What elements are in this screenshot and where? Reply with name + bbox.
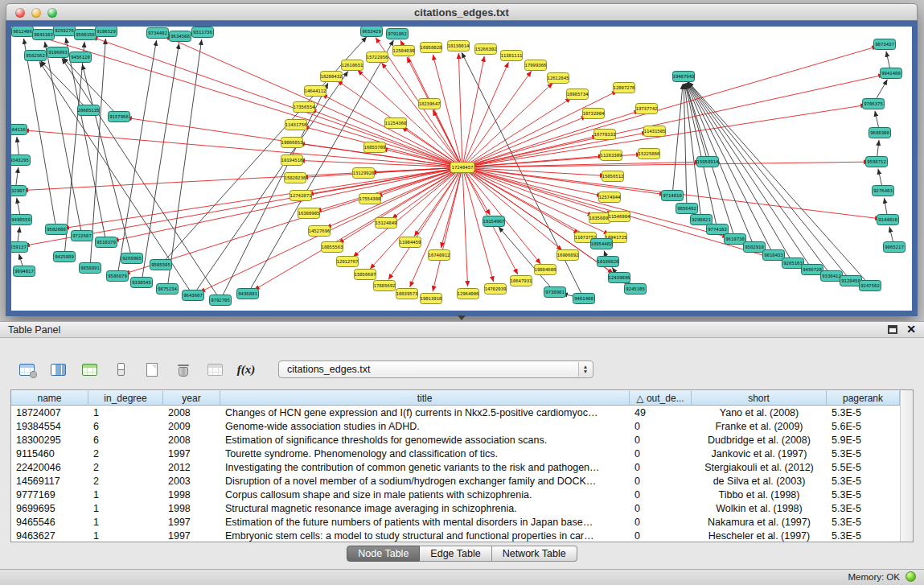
table-cell[interactable]: 1997 [163,515,220,529]
table-cell[interactable]: 0 [630,515,692,529]
table-cell[interactable]: Changes of HCN gene expression and I(f) … [220,406,630,419]
function-builder-button[interactable]: f(x) [236,360,257,379]
table-cell[interactable]: 2 [88,447,163,460]
show-columns-button[interactable] [47,360,68,379]
table-cell[interactable]: 2008 [163,433,220,447]
table-cell[interactable]: Embryonic stem cells: a model to study s… [220,529,630,542]
graph-edge[interactable] [66,38,106,242]
table-cell[interactable]: 5.3E-5 [827,529,900,542]
splitter-handle[interactable] [458,315,466,320]
table-cell[interactable]: 5.6E-5 [827,419,900,433]
table-cell[interactable]: 1997 [163,529,220,542]
table-cell[interactable]: 9777169 [11,488,88,501]
table-cell[interactable]: 18724007 [11,406,88,419]
graph-edge[interactable] [220,83,328,300]
table-cell[interactable]: 1998 [163,501,220,515]
table-cell[interactable]: 9465546 [11,515,88,529]
table-cell[interactable]: Jankovic et al. (1997) [692,447,827,460]
table-row[interactable]: 1830029562008Estimation of significance … [11,433,900,447]
column-header-in_degree[interactable]: in_degree [88,390,163,406]
graph-edge[interactable] [64,167,462,229]
graph-edge[interactable] [462,56,484,167]
graph-edge[interactable] [322,94,462,167]
table-cell[interactable]: 1 [88,406,163,419]
graph-edge[interactable] [92,37,462,167]
graph-edge[interactable] [40,60,88,110]
tab-network-table[interactable]: Network Table [492,546,577,562]
table-cell[interactable]: Structural magnetic resonance image aver… [220,501,630,515]
table-cell[interactable]: Wolkin et al. (1998) [692,501,827,515]
table-mode-button[interactable] [16,360,37,379]
import-table-button[interactable] [204,360,225,379]
table-cell[interactable]: 2 [88,474,163,488]
table-cell[interactable]: 0 [630,447,692,460]
graph-edge[interactable] [23,130,462,167]
table-cell[interactable]: 1 [88,515,163,529]
table-cell[interactable]: 0 [630,433,692,447]
table-cell[interactable]: Stergiakouli et al. (2012) [692,460,827,474]
table-scrollbar[interactable] [900,390,913,542]
table-cell[interactable]: 6 [88,419,163,433]
table-cell[interactable]: 1998 [163,488,220,501]
table-cell[interactable]: 0 [630,488,692,501]
table-cell[interactable]: 9463627 [11,529,88,542]
table-cell[interactable]: 0 [630,474,692,488]
table-cell[interactable]: 2009 [163,419,220,433]
table-cell[interactable]: 6 [88,433,163,447]
graph-edge[interactable] [462,83,552,167]
table-cell[interactable]: 1 [88,501,163,515]
table-cell[interactable]: 5.3E-5 [827,515,900,529]
graph-edge[interactable] [410,167,462,287]
table-row[interactable]: 946362711997Embryonic stem cells: a mode… [11,529,900,542]
table-cell[interactable]: 2012 [163,460,220,474]
table-cell[interactable]: 5.3E-5 [827,406,900,419]
graph-edge[interactable] [462,167,562,250]
row-height-button[interactable] [110,360,131,379]
table-cell[interactable]: 9699695 [11,501,88,515]
table-cell[interactable]: 19384554 [11,419,88,433]
table-cell[interactable]: Estimation of the future numbers of pati… [220,515,630,529]
graph-edge[interactable] [388,167,462,279]
table-cell[interactable]: 0 [630,460,692,474]
graph-edge[interactable] [462,167,595,241]
column-header-pagerank[interactable]: pagerank [827,390,900,406]
table-cell[interactable]: 2003 [163,474,220,488]
memory-ok-indicator[interactable] [906,571,916,582]
column-header-short[interactable]: short [692,390,827,406]
table-cell[interactable]: 9115460 [11,447,88,460]
graph-edge[interactable] [672,84,683,196]
table-cell[interactable]: Corpus callosum shape and size in male p… [220,488,630,501]
table-cell[interactable]: 1 [88,488,163,501]
float-panel-icon[interactable] [888,325,897,334]
table-cell[interactable]: Investigating the contribution of common… [220,460,630,474]
network-window[interactable]: citations_edges.txt 17240457126106511820… [6,3,918,316]
graph-edge[interactable] [199,167,462,292]
table-row[interactable]: 1938455462009Genome-wide association stu… [11,419,900,433]
table-cell[interactable]: Nakamura et al. (1997) [692,515,827,529]
table-cell[interactable]: 14569117 [11,474,88,488]
table-cell[interactable]: 18300295 [11,433,88,447]
table-cell[interactable]: 5.3E-5 [827,488,900,501]
table-cell[interactable]: 22420046 [11,460,88,474]
table-cell[interactable]: 2 [88,460,163,474]
graph-edge[interactable] [684,84,701,220]
graph-edge[interactable] [24,39,56,229]
table-cell[interactable]: 5.3E-5 [827,447,900,460]
graph-edge[interactable] [64,42,84,257]
tab-edge-table[interactable]: Edge Table [420,546,491,562]
graph-edge[interactable] [462,75,884,167]
table-row[interactable]: 911546021997Tourette syndrome. Phenomeno… [11,447,900,460]
column-header-title[interactable]: title [220,390,630,406]
table-cell[interactable]: 0 [630,529,692,542]
table-cell[interactable]: Estimation of significance thresholds fo… [220,433,630,447]
graph-edge[interactable] [193,71,348,295]
table-row[interactable]: 2242004622012Investigating the contribut… [11,460,900,474]
table-row[interactable]: 977716911998Corpus callosum shape and si… [11,488,900,501]
graph-edge[interactable] [458,53,462,167]
column-header-year[interactable]: year [163,390,220,406]
table-cell[interactable]: Disruption of a novel member of a sodium… [220,474,630,488]
table-cell[interactable]: 2008 [163,406,220,419]
table-cell[interactable]: Franke et al. (2009) [692,419,827,433]
table-row[interactable]: 1456911722003Disruption of a novel membe… [11,474,900,488]
table-cell[interactable]: Tourette syndrome. Phenomenology and cla… [220,447,630,460]
